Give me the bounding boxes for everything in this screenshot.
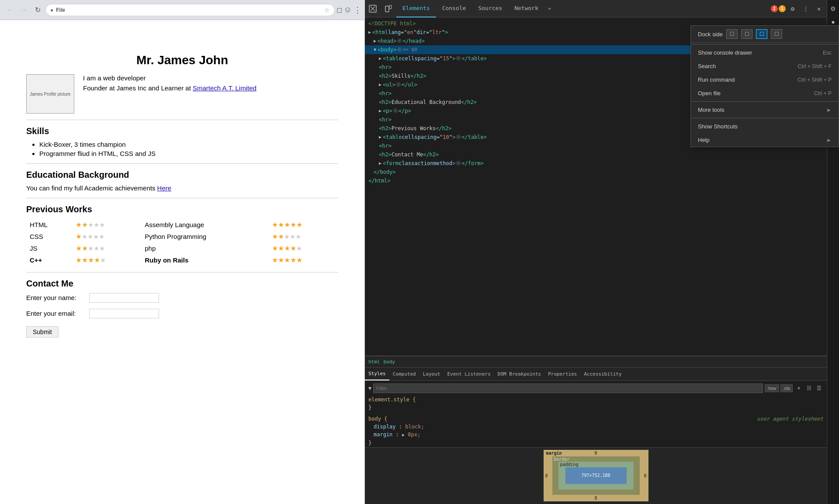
sub-tab-styles[interactable]: Styles [365, 368, 389, 380]
settings-icon[interactable]: ⚙ [787, 3, 799, 15]
more-tools-item[interactable]: More tools ► [691, 103, 839, 117]
sub-tab-properties[interactable]: Properties [544, 368, 580, 380]
close-body-line[interactable]: </body> [365, 168, 827, 176]
tab-network[interactable]: Network [508, 0, 544, 17]
sub-tab-dom-breakpoints[interactable]: DOM Breakpoints [494, 368, 544, 380]
main-page-area: Mr. James John James Profile picture I a… [0, 0, 365, 504]
works-row-2: CSS ★★★★★ Python Programming ★★★★★ [26, 231, 338, 242]
bottom-panel: html body Styles Computed Layout Event L… [365, 356, 827, 504]
run-command-item[interactable]: Run command Ctrl + Shift + P [691, 73, 839, 86]
expand-html[interactable]: ▶ [368, 28, 371, 36]
submit-button[interactable]: Submit [26, 326, 59, 338]
skills-list: Kick-Boxer, 3 times champion Programmer … [26, 141, 338, 157]
star-icon[interactable]: ☆ [324, 7, 330, 14]
email-input[interactable] [89, 309, 159, 318]
device-toggle-icon[interactable] [381, 0, 396, 17]
help-item[interactable]: Help ► [691, 133, 839, 147]
more-tools-label: More tools [698, 107, 725, 113]
breadcrumb-body[interactable]: body [384, 359, 395, 365]
works-stars-cpp: ★★★★★ [72, 254, 141, 266]
expand-p[interactable]: ▶ [379, 107, 381, 115]
margin-value-top: 8 [594, 451, 597, 456]
open-file-item[interactable]: Open file Ctrl + P [691, 86, 839, 100]
works-cell-css: CSS [26, 231, 72, 242]
run-command-label: Run command [698, 76, 735, 83]
sub-tab-layout[interactable]: Layout [420, 368, 444, 380]
sub-tabs-bar: Styles Computed Layout Event Listeners D… [365, 368, 827, 381]
works-stars-assembly: ★★★★★ [268, 219, 338, 231]
here-link[interactable]: Here [157, 184, 172, 192]
works-row-3: JS ★★★★★ php ★★★★★ [26, 242, 338, 254]
forward-button[interactable]: → [17, 4, 30, 16]
margin-value-left: 8 [545, 473, 548, 478]
margin-value-right: 8 [644, 473, 646, 478]
url-input[interactable]: C:/Users/samsk/OneDrive/Documents/Web%20… [68, 7, 322, 13]
computed-view-icon[interactable]: ☰ [815, 384, 823, 393]
show-shortcuts-item[interactable]: Show Shortcuts [691, 120, 839, 133]
tab-sources[interactable]: Sources [472, 0, 508, 17]
works-cell-python: Python Programming [141, 231, 268, 242]
hov-button[interactable]: :hov [765, 384, 779, 392]
body-style-rule: body { user agent stylesheet display : b… [368, 415, 823, 447]
close-devtools-button[interactable]: ✕ [813, 3, 825, 15]
tab-console[interactable]: Console [436, 0, 472, 17]
works-stars-python: ★★★★★ [268, 231, 338, 242]
expand-ul[interactable]: ▶ [379, 81, 381, 89]
help-label: Help [698, 137, 710, 143]
sub-tab-accessibility[interactable]: Accessibility [580, 368, 625, 380]
add-style-icon[interactable]: + [794, 384, 803, 393]
breadcrumb-html[interactable]: html [368, 359, 380, 365]
context-menu: Dock side ☐ ☐ ☐ ☐ Show console drawer Es… [690, 25, 839, 147]
close-html-line[interactable]: </html> [365, 176, 827, 185]
works-table: HTML ★★★★★ Assembly Language ★★★★★ CSS ★… [26, 219, 338, 266]
settings-sidebar-icon[interactable]: ⚙ [828, 3, 839, 14]
margin-expand[interactable]: ▶ [402, 432, 405, 437]
expand-table1[interactable]: ▶ [379, 55, 381, 62]
profile-icon[interactable]: ☺ [344, 5, 352, 14]
address-bar[interactable]: ● File C:/Users/samsk/OneDrive/Documents… [45, 4, 335, 16]
open-file-shortcut: Ctrl + P [814, 90, 832, 97]
works-cell-js: JS [26, 242, 72, 254]
extensions-icon[interactable]: ◻ [336, 6, 342, 14]
hov-cls-buttons: :hov .cls [765, 384, 793, 392]
menu-divider-3 [691, 118, 839, 118]
dock-side-row: Dock side ☐ ☐ ☐ ☐ [691, 26, 839, 43]
filter-input[interactable] [373, 383, 763, 393]
expand-body[interactable]: ▼ [374, 46, 376, 54]
dock-undock-button[interactable]: ☐ [771, 29, 782, 39]
tab-elements[interactable]: Elements [396, 0, 436, 17]
contact-title: Contact Me [26, 279, 338, 289]
expand-form[interactable]: ▶ [379, 159, 381, 167]
sub-tab-computed[interactable]: Computed [389, 368, 420, 380]
element-state-icon[interactable]: ☵ [804, 384, 813, 393]
cls-button[interactable]: .cls [780, 384, 793, 392]
menu-icon[interactable]: ⋮ [354, 5, 361, 15]
previous-works-title: Previous Works [26, 204, 338, 214]
name-label: Enter your name: [26, 294, 87, 301]
sub-tab-event-listeners[interactable]: Event Listeners [444, 368, 494, 380]
dock-right-button[interactable]: ☐ [756, 29, 767, 39]
works-row-4: C++ ★★★★★ Ruby on Rails ★★★★★ [26, 254, 338, 266]
expand-head[interactable]: ▶ [374, 37, 376, 45]
back-button[interactable]: ← [3, 4, 16, 16]
reload-button[interactable]: ↻ [31, 4, 44, 16]
show-console-drawer-item[interactable]: Show console drawer Esc [691, 46, 839, 59]
dock-left-button[interactable]: ☐ [726, 29, 738, 39]
style-action-icons: + ☵ ☰ [794, 384, 823, 393]
smartech-link[interactable]: Smartech A.T. Limited [193, 84, 257, 92]
search-item[interactable]: Search Ctrl + Shift + F [691, 59, 839, 73]
skills-title: Skills [26, 126, 338, 136]
dock-bottom-button[interactable]: ☐ [741, 29, 752, 39]
name-input[interactable] [89, 293, 159, 303]
menu-divider-1 [691, 44, 839, 45]
tab-more[interactable]: » [544, 0, 555, 17]
margin-label: margin [546, 451, 562, 456]
content-size: 797×752.188 [581, 473, 610, 478]
h2-contact-line[interactable]: <h2> Contact Me </h2> [365, 150, 827, 159]
works-cell-html: HTML [26, 219, 72, 231]
vertical-dots-icon[interactable]: ⋮ [800, 3, 812, 15]
expand-table2[interactable]: ▶ [379, 133, 381, 141]
form-line[interactable]: ▶ <form class action method > ⓔ </form> [365, 159, 827, 168]
element-style-rule: element.style { } [368, 396, 823, 411]
inspect-icon[interactable] [365, 0, 381, 17]
